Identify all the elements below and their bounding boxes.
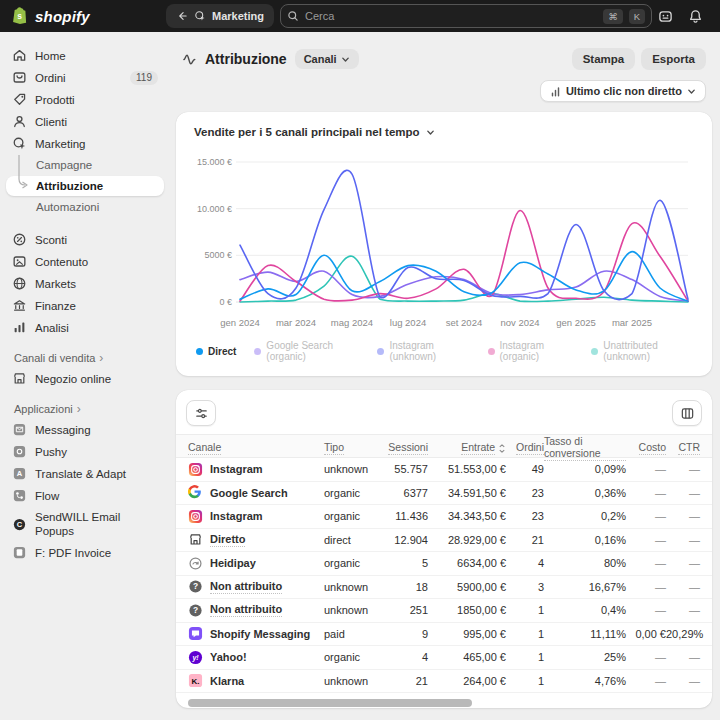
table-row-non-attribuito[interactable]: ?Non attribuitounknown2511850,00 €10,4%—… (176, 599, 712, 623)
orders-count-badge: 119 (130, 71, 158, 85)
table-row-instagram[interactable]: Instagramunknown55.75751.553,00 €490,09%… (176, 458, 712, 482)
sidebar-item-automazioni[interactable]: Automazioni (6, 197, 164, 217)
table-row-google-search[interactable]: Google Searchorganic637734.591,50 €230,3… (176, 482, 712, 506)
costo-cell: 0,00 € (626, 628, 666, 640)
sidebar-item-messaging[interactable]: Messaging (6, 419, 164, 440)
store-dark-icon (188, 532, 203, 547)
sidebar-item-f-pdf-invoice[interactable]: F: PDF Invoice (6, 542, 164, 563)
google-icon (188, 485, 203, 500)
table-row-yahoo[interactable]: y!Yahoo!organic4465,00 €125%—— (176, 646, 712, 670)
global-search[interactable]: ⌘ K (280, 4, 652, 28)
column-header-costo[interactable]: Costo (626, 441, 666, 455)
channel-cell: Heidipay (188, 556, 324, 571)
sidebar-item-prodotti[interactable]: Prodotti (6, 89, 164, 110)
filter-button[interactable] (186, 400, 216, 426)
table-row-klarna[interactable]: K.Klarnaunknown21264,00 €14,76%—— (176, 670, 712, 694)
ordini-icon (12, 70, 27, 85)
sort-icon (498, 443, 506, 454)
table-row-non-attribuito[interactable]: ?Non attribuitounknown185900,00 €316,67%… (176, 576, 712, 600)
back-to-marketing-button[interactable]: Marketing (166, 4, 274, 28)
costo-cell: — (626, 604, 666, 616)
channel-name: Yahoo! (210, 651, 247, 663)
scope-dropdown[interactable]: Canali (295, 49, 359, 69)
channel-name: Heidipay (210, 557, 256, 569)
export-button[interactable]: Esporta (641, 48, 706, 70)
legend-item-direct[interactable]: Direct (196, 340, 236, 362)
sidebar-item-sconti[interactable]: Sconti (6, 229, 164, 250)
column-header-tasso-di-conversione[interactable]: Tasso di conversione (544, 435, 626, 461)
sidebar-item-ordini[interactable]: Ordini119 (6, 67, 164, 88)
sidebar-section-canali-di-vendita[interactable]: Canali di vendita› (0, 352, 170, 364)
legend-item-google-search-organic[interactable]: Google Search (organic) (254, 340, 359, 362)
sidebar-section-applicazioni[interactable]: Applicazioni› (0, 403, 170, 415)
table-row-heidipay[interactable]: Heidipayorganic56634,00 €480%—— (176, 552, 712, 576)
ctr-cell: — (666, 487, 700, 499)
svg-text:nov 2024: nov 2024 (500, 317, 539, 328)
tasso-cell: 0,4% (544, 604, 626, 616)
table-header-row: CanaleTipoSessioniEntrateOrdiniTasso di … (176, 434, 712, 458)
f-pdf-invoice-icon (12, 545, 27, 560)
tasso-cell: 25% (544, 651, 626, 663)
table-row-instagram[interactable]: Instagramorganic11.43634.343,50 €230,2%—… (176, 505, 712, 529)
sidebar-item-attribuzione[interactable]: Attribuzione (6, 176, 164, 196)
sidebar-item-label: Pushy (35, 445, 67, 459)
sidebar-item-clienti[interactable]: Clienti (6, 111, 164, 132)
scrollbar-thumb[interactable] (188, 699, 472, 707)
legend-item-unattributed-unknown[interactable]: Unattributed (unknown) (591, 340, 692, 362)
ordini-cell: 3 (506, 581, 544, 593)
svg-text:mar 2025: mar 2025 (612, 317, 652, 328)
tasso-cell: 4,76% (544, 675, 626, 687)
search-input[interactable] (305, 10, 597, 22)
notifications-button[interactable] (682, 3, 708, 29)
sessioni-cell: 4 (374, 651, 428, 663)
horizontal-scrollbar[interactable] (186, 698, 702, 708)
channel-name: Non attribuito (210, 603, 282, 617)
sidebar-item-negozio-online[interactable]: Negozio online (6, 368, 164, 389)
print-button[interactable]: Stampa (572, 48, 636, 70)
inbox-button[interactable] (652, 3, 678, 29)
sidebar-item-campagne[interactable]: Campagne (6, 155, 164, 175)
column-header-canale[interactable]: Canale (188, 441, 324, 455)
svg-text:?: ? (193, 605, 198, 615)
svg-text:10.000 €: 10.000 € (197, 204, 232, 214)
ctr-cell: 20,29% (666, 628, 700, 640)
legend-item-instagram-organic[interactable]: Instagram (organic) (488, 340, 574, 362)
sidebar-item-contenuto[interactable]: Contenuto (6, 251, 164, 272)
attribution-line-chart: 15.000 €10.000 €5000 €0 €gen 2024mar 202… (190, 146, 698, 334)
svg-text:0 €: 0 € (219, 297, 232, 307)
channel-name: Google Search (210, 487, 288, 499)
channel-cell: Instagram (188, 509, 324, 524)
channel-cell: Shopify Messaging (188, 626, 324, 641)
sidebar-item-home[interactable]: Home (6, 45, 164, 66)
table-row-shopify-messaging[interactable]: Shopify Messagingpaid9995,00 €111,11%0,0… (176, 623, 712, 647)
top-bar: s shopify Marketing ⌘ K (0, 0, 720, 32)
chart-metric-dropdown[interactable]: Vendite per i 5 canali principali nel te… (190, 124, 439, 146)
legend-item-instagram-unknown[interactable]: Instagram (unknown) (377, 340, 469, 362)
tipo-cell: organic (324, 651, 374, 663)
sidebar-item-sendwill-email-popups[interactable]: CSendWILL Email Popups (6, 507, 164, 541)
attribution-model-dropdown[interactable]: Ultimo clic non diretto (540, 80, 706, 102)
table-row-diretto[interactable]: Direttodirect12.90428.929,00 €210,16%—— (176, 529, 712, 553)
column-header-tipo[interactable]: Tipo (324, 441, 374, 455)
sidebar-item-marketing[interactable]: Marketing (6, 133, 164, 154)
sidebar-item-flow[interactable]: Flow (6, 485, 164, 506)
columns-button[interactable] (672, 400, 702, 426)
column-header-entrate[interactable]: Entrate (428, 441, 506, 455)
sidebar-item-analisi[interactable]: Analisi (6, 317, 164, 338)
shopify-logo[interactable]: s shopify (12, 7, 166, 25)
sidebar-item-finanze[interactable]: Finanze (6, 295, 164, 316)
sidebar-item-pushy[interactable]: Pushy (6, 441, 164, 462)
legend-dot (196, 348, 203, 355)
costo-cell: — (626, 581, 666, 593)
column-header-ctr[interactable]: CTR (666, 441, 700, 455)
column-header-ordini[interactable]: Ordini (506, 441, 544, 455)
column-header-sessioni[interactable]: Sessioni (374, 441, 428, 455)
sessioni-cell: 251 (374, 604, 428, 616)
sidebar-item-markets[interactable]: Markets (6, 273, 164, 294)
ordini-cell: 21 (506, 534, 544, 546)
channel-cell: ?Non attribuito (188, 579, 324, 594)
chart-legend: DirectGoogle Search (organic)Instagram (… (190, 338, 698, 372)
sidebar-item-translate-adapt[interactable]: ATranslate & Adapt (6, 463, 164, 484)
channel-name: Non attribuito (210, 580, 282, 594)
tipo-cell: organic (324, 487, 374, 499)
